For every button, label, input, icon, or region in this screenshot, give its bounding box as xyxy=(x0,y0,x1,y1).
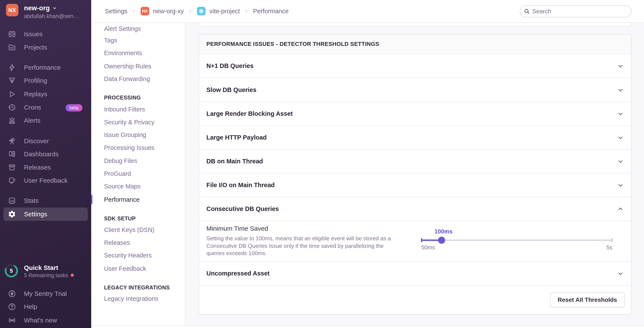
subnav-issue-grouping[interactable]: Issue Grouping xyxy=(104,130,146,140)
org-name[interactable]: new-org xyxy=(24,4,57,12)
sidebar-item-issues[interactable]: Issues xyxy=(0,28,91,41)
sidebar-item-label: My Sentry Trial xyxy=(24,290,67,297)
setting-description: Setting the value to 100ms, means that a… xyxy=(206,235,403,257)
subnav-releases[interactable]: Releases xyxy=(104,238,130,248)
siren-icon xyxy=(8,116,16,125)
subnav-ownership-rules[interactable]: Ownership Rules xyxy=(104,61,151,71)
sidebar-item-user-feedback[interactable]: User Feedback xyxy=(0,174,91,187)
sidebar-item-crons[interactable]: Crons beta xyxy=(0,101,91,114)
sidebar-item-discover[interactable]: Discover xyxy=(0,134,91,148)
sidebar-item-whats-new[interactable]: What's new xyxy=(0,314,91,327)
subnav-user-feedback[interactable]: User Feedback xyxy=(104,263,146,274)
slider-max-label: 5s xyxy=(606,244,612,251)
subnav-environments[interactable]: Environments xyxy=(104,48,142,58)
breadcrumb-settings[interactable]: Settings xyxy=(105,8,128,15)
sidebar-item-label: Releases xyxy=(24,164,51,171)
beta-badge: beta xyxy=(66,104,82,111)
accordion-row-large-http-payload[interactable]: Large HTTP Payload xyxy=(199,125,631,149)
sidebar-item-label: Alerts xyxy=(24,117,40,124)
sidebar-item-label: Issues xyxy=(24,31,42,38)
quick-start[interactable]: 5 Quick Start 5 Remaining tasks xyxy=(0,263,91,279)
telescope-icon xyxy=(8,137,16,145)
sidebar-item-help[interactable]: Help xyxy=(0,300,91,313)
subnav-legacy-integrations[interactable]: Legacy Integrations xyxy=(104,293,158,304)
chevron-down-icon[interactable] xyxy=(617,110,624,117)
subnav-alert-settings[interactable]: Alert Settings xyxy=(104,24,141,34)
chevron-up-icon[interactable] xyxy=(617,206,624,213)
slider-thumb[interactable] xyxy=(438,237,445,244)
breadcrumb-project[interactable]: vite-project xyxy=(210,8,240,15)
search-icon xyxy=(524,8,530,15)
sidebar-item-trial[interactable]: My Sentry Trial xyxy=(0,287,91,300)
bolt-circle-icon xyxy=(8,289,16,298)
sidebar-item-dashboards[interactable]: Dashboards xyxy=(0,147,91,161)
row-label: N+1 DB Queries xyxy=(206,62,254,69)
chevron-down-icon[interactable] xyxy=(617,87,624,93)
chevron-down-icon[interactable] xyxy=(617,158,624,165)
subnav-security-privacy[interactable]: Security & Privacy xyxy=(104,117,154,127)
lightning-icon xyxy=(8,63,16,72)
subnav-tags[interactable]: Tags xyxy=(104,35,117,46)
subnav-debug-files[interactable]: Debug Files xyxy=(104,156,137,166)
accordion-row-n1-db-queries[interactable]: N+1 DB Queries xyxy=(199,54,631,78)
row-label: Slow DB Queries xyxy=(206,86,256,93)
sidebar-item-label: Settings xyxy=(24,211,47,218)
projects-icon xyxy=(8,43,16,52)
chevron-down-icon[interactable] xyxy=(617,134,624,141)
subnav-client-keys[interactable]: Client Keys (DSN) xyxy=(104,225,154,235)
settings-subnav: Alert Settings Tags Environments Ownersh… xyxy=(91,23,186,328)
accordion-row-db-on-main-thread[interactable]: DB on Main Thread xyxy=(199,149,631,173)
reset-all-thresholds-button[interactable]: Reset All Thresholds xyxy=(550,292,625,307)
chevron-down-icon[interactable] xyxy=(617,182,624,189)
row-label: File I/O on Main Thread xyxy=(206,182,275,189)
subnav-performance[interactable]: Performance xyxy=(104,195,140,205)
sidebar-item-profiling[interactable]: Profiling xyxy=(0,74,91,87)
chevron-down-icon[interactable] xyxy=(617,63,624,69)
sidebar-item-replays[interactable]: Replays xyxy=(0,87,91,101)
sidebar-item-projects[interactable]: Projects xyxy=(0,41,91,54)
subnav-inbound-filters[interactable]: Inbound Filters xyxy=(104,104,145,114)
main-content: PERFORMANCE ISSUES - DETECTOR THRESHOLD … xyxy=(186,23,644,328)
accordion-row-slow-db-queries[interactable]: Slow DB Queries xyxy=(199,78,631,102)
clock-icon xyxy=(8,103,16,112)
accordion-row-consecutive-db-queries[interactable]: Consecutive DB Queries xyxy=(199,197,631,221)
breadcrumb-org[interactable]: new-org-xy xyxy=(153,8,184,15)
sidebar-item-releases[interactable]: Releases xyxy=(0,161,91,174)
accordion-row-uncompressed-asset[interactable]: Uncompressed Asset xyxy=(199,261,631,285)
top-header: Settings NX new-org-xy vite-project Perf… xyxy=(91,0,644,23)
search-input[interactable] xyxy=(532,8,622,15)
subnav-heading-legacy: LEGACY INTEGRATIONS xyxy=(104,283,170,292)
feedback-icon xyxy=(8,176,16,185)
chevron-right-icon xyxy=(244,8,249,14)
breadcrumb-page: Performance xyxy=(253,8,288,15)
subnav-security-headers[interactable]: Security Headers xyxy=(104,250,152,260)
sidebar-item-label: Performance xyxy=(24,64,61,71)
help-icon xyxy=(8,302,16,311)
chevron-down-icon xyxy=(52,6,57,11)
subnav-heading-sdk-setup: SDK SETUP xyxy=(104,214,136,223)
sidebar-item-settings[interactable]: Settings xyxy=(4,208,88,221)
subnav-processing-issues[interactable]: Processing Issues xyxy=(104,142,154,153)
gear-icon xyxy=(8,210,16,218)
sidebar-item-label: Dashboards xyxy=(24,150,59,158)
sidebar-item-stats[interactable]: Stats xyxy=(0,194,91,207)
chevron-down-icon[interactable] xyxy=(617,270,624,277)
row-label: Large HTTP Payload xyxy=(206,134,267,141)
slider-track[interactable] xyxy=(421,239,612,241)
row-label: Large Render Blocking Asset xyxy=(206,110,293,117)
accordion-row-file-io-on-main-thread[interactable]: File I/O on Main Thread xyxy=(199,173,631,197)
notification-dot xyxy=(71,274,74,277)
subnav-proguard[interactable]: ProGuard xyxy=(104,169,131,179)
chevron-right-icon xyxy=(188,8,193,14)
subnav-data-forwarding[interactable]: Data Forwarding xyxy=(104,74,150,84)
react-project-icon xyxy=(197,7,206,16)
slider-min-label: 50ms xyxy=(421,244,435,251)
sidebar-item-performance[interactable]: Performance xyxy=(0,61,91,74)
row-label: Uncompressed Asset xyxy=(206,270,270,277)
search-bar[interactable] xyxy=(520,5,632,17)
subnav-source-maps[interactable]: Source Maps xyxy=(104,181,141,192)
quick-start-title: Quick Start xyxy=(24,264,58,271)
accordion-row-large-render-blocking-asset[interactable]: Large Render Blocking Asset xyxy=(199,102,631,125)
sidebar-item-alerts[interactable]: Alerts xyxy=(0,114,91,127)
org-name-label: new-org xyxy=(24,4,50,12)
